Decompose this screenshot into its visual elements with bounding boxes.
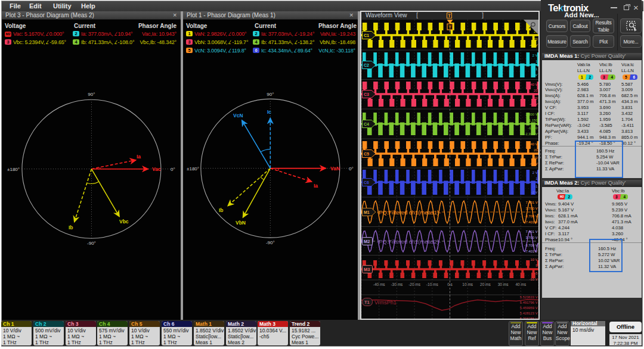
svg-text:-40 V: -40 V [530,162,538,166]
svg-text:40 V: 40 V [531,142,538,146]
svg-text:-20: -20 [532,38,537,41]
svg-text:T1: T1 [364,300,370,305]
svg-text:-PQ:Filtered ch1(meas2)-: -PQ:Filtered ch1(meas2)- [377,238,441,245]
svg-text:-1: -1 [534,185,537,188]
svg-text:-20 ms: -20 ms [408,282,421,286]
svg-text:3.700 V: 3.700 V [526,207,538,210]
svg-text:-2 V: -2 V [531,73,538,77]
svg-text:Ib: Ib [219,207,224,213]
svg-text:-2 V: -2 V [531,191,538,194]
svg-text:-2,300 V: -2,300 V [525,132,538,136]
svg-text:1: 1 [535,60,537,63]
svg-text:±180°: ±180° [7,167,20,172]
svg-text:-PQ:Filtered ch1(meas1)-: -PQ:Filtered ch1(meas1)- [377,209,441,216]
svg-text:Ia: Ia [137,154,141,160]
svg-text:5.491796 V: 5.491796 V [520,301,538,304]
svg-text:-7.401 V: -7.401 V [525,220,538,224]
svg-text:20: 20 [534,89,537,92]
svg-text:Ia: Ia [314,183,318,189]
svg-text:30 ms: 30 ms [498,282,509,286]
svg-text:40 V: 40 V [531,83,538,86]
svg-text:10 ms: 10 ms [462,282,473,286]
svg-text:-90°: -90° [266,240,275,245]
svg-text:VrmsPh1: VrmsPh1 [374,300,397,306]
svg-text:2 V: 2 V [532,171,538,174]
svg-text:-3.700 V: -3.700 V [525,244,538,247]
svg-text:M3: M3 [364,267,370,272]
svg-text:VbN: VbN [236,220,246,226]
svg-text:3.700 V: 3.700 V [526,236,538,239]
svg-text:20 ms: 20 ms [480,282,491,286]
svg-text:-40 V: -40 V [530,43,538,47]
svg-text:5.523633 V: 5.523633 V [520,295,538,299]
svg-text:10 V: 10 V [531,258,538,261]
svg-text:-40 ms: -40 ms [373,282,386,286]
svg-text:T: T [448,24,451,30]
svg-text:-40 V: -40 V [530,102,538,106]
svg-text:-20: -20 [532,156,537,160]
svg-text:-20: -20 [532,96,537,100]
svg-text:-90°: -90° [87,241,96,246]
svg-text:-10 V: -10 V [530,278,538,281]
svg-text:0°: 0° [349,166,354,172]
svg-text:Ib: Ib [69,225,73,230]
svg-text:-10 ms: -10 ms [426,282,439,286]
svg-text:2,300 V: 2,300 V [526,113,538,116]
svg-text:-1: -1 [534,67,537,71]
svg-text:5.459959 V: 5.459959 V [520,306,538,310]
svg-text:5: 5 [535,264,537,267]
svg-text:1,150: 1,150 [529,119,538,122]
svg-text:-3.700 V: -3.700 V [525,214,538,218]
svg-text:90°: 90° [267,92,274,97]
svg-text:-7.401 V: -7.401 V [525,250,538,253]
svg-text:-1,150: -1,150 [528,126,537,130]
svg-text:C3: C3 [364,92,369,96]
svg-text:Ic: Ic [267,109,271,115]
svg-text:1: 1 [535,177,537,180]
svg-text:C5: C5 [364,152,369,156]
svg-text:-30 ms: -30 ms [391,282,403,286]
svg-text:0°: 0° [171,167,175,172]
svg-text:-5: -5 [534,272,537,275]
svg-text:7.401 V: 7.401 V [526,230,538,233]
svg-text:7.401 V: 7.401 V [526,201,538,204]
svg-text:5.428123 V: 5.428123 V [520,311,538,315]
svg-text:VaN: VaN [330,166,340,172]
svg-text:C1: C1 [364,33,369,38]
svg-text:20: 20 [534,148,537,152]
svg-text:VcN: VcN [233,113,243,119]
svg-text:C6: C6 [364,180,369,185]
svg-text:Vbc: Vbc [119,219,129,225]
svg-text:0 s: 0 s [447,282,453,286]
svg-text:2 V: 2 V [532,54,538,57]
svg-text:±180°: ±180° [187,166,199,172]
svg-text:M1: M1 [364,210,370,214]
svg-text:5.396286 V: 5.396286 V [520,317,538,319]
svg-text:90°: 90° [88,92,95,97]
svg-text:40 ms: 40 ms [515,282,526,286]
svg-text:M2: M2 [364,239,370,244]
svg-text:C4: C4 [364,122,369,126]
svg-text:Vac: Vac [152,166,161,172]
svg-text:C2: C2 [364,63,369,67]
